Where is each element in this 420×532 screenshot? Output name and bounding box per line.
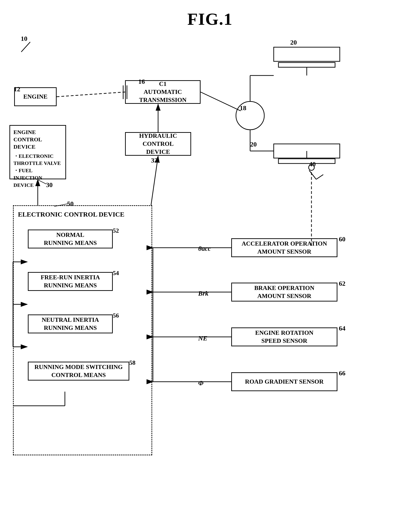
- road-gradient-sensor-box: ROAD GRADIENT SENSOR: [231, 372, 337, 391]
- normal-running-box: NORMAL RUNNING MEANS: [28, 230, 113, 249]
- signal-phi: Φ: [198, 379, 203, 387]
- auto-trans-label: C1 AUTOMATIC TRANSMISSION: [139, 80, 187, 104]
- neutral-inertia-box: NEUTRAL INERTIA RUNNING MEANS: [28, 314, 113, 333]
- ref-32: 32: [151, 157, 158, 164]
- engine-control-box: ENGINE CONTROL DEVICE ・ELECTRONIC THROTT…: [9, 125, 66, 179]
- hydraulic-label: HYDRAULIC CONTROL DEVICE: [139, 132, 177, 156]
- hydraulic-box: HYDRAULIC CONTROL DEVICE: [125, 132, 191, 156]
- ref-10: 10: [21, 35, 27, 43]
- ref-62: 62: [339, 280, 345, 287]
- svg-line-2: [21, 42, 30, 52]
- svg-line-6: [201, 92, 241, 111]
- signal-ne: NE: [198, 335, 207, 342]
- svg-rect-13: [278, 62, 335, 67]
- ecd-title: ELECTRONIC CONTROL DEVICE: [18, 210, 124, 219]
- svg-rect-15: [274, 144, 340, 158]
- ref-40: 40: [309, 161, 316, 168]
- ref-66: 66: [339, 369, 345, 377]
- engine-control-sub: ・ELECTRONIC THROTTLE VALVE ・FUEL INJECTI…: [14, 153, 62, 189]
- accel-sensor-box: ACCELERATOR OPERATION AMOUNT SENSOR: [231, 238, 337, 257]
- ref-18: 18: [240, 104, 246, 112]
- svg-line-23: [309, 170, 316, 179]
- page-title: FIG.1: [0, 0, 420, 36]
- engine-control-title: ENGINE CONTROL DEVICE: [14, 129, 62, 151]
- auto-trans-box: C1 AUTOMATIC TRANSMISSION: [125, 80, 201, 104]
- ref-12: 12: [14, 85, 20, 93]
- svg-rect-16: [278, 159, 335, 163]
- signal-brk: Brk: [198, 290, 209, 297]
- svg-line-3: [57, 92, 125, 97]
- ref-60: 60: [339, 236, 345, 243]
- svg-line-24: [316, 175, 323, 179]
- brake-sensor-box: BRAKE OPERATION AMOUNT SENSOR: [231, 283, 337, 301]
- ref-20b: 20: [250, 141, 257, 148]
- ref-64: 64: [339, 325, 345, 332]
- ref-16: 16: [138, 78, 145, 85]
- signal-theta-acc: θacc: [198, 245, 211, 252]
- ref-56-inner: 56: [113, 312, 119, 320]
- ref-50: 50: [67, 200, 74, 207]
- ref-20a: 20: [290, 39, 297, 46]
- free-run-box: FREE-RUN INERTIA RUNNING MEANS: [28, 272, 113, 291]
- svg-rect-12: [274, 47, 340, 61]
- running-mode-box: RUNNING MODE SWITCHING CONTROL MEANS: [28, 362, 129, 381]
- engine-box: ENGINE: [14, 87, 57, 106]
- ref-58-inner: 58: [129, 359, 135, 367]
- ref-30: 30: [46, 181, 53, 189]
- ecd-box: ELECTRONIC CONTROL DEVICE NORMAL RUNNING…: [13, 205, 152, 455]
- engine-speed-sensor-box: ENGINE ROTATION SPEED SENSOR: [231, 327, 337, 346]
- ref-54-inner: 54: [113, 269, 119, 277]
- ref-52-inner: 52: [113, 227, 119, 235]
